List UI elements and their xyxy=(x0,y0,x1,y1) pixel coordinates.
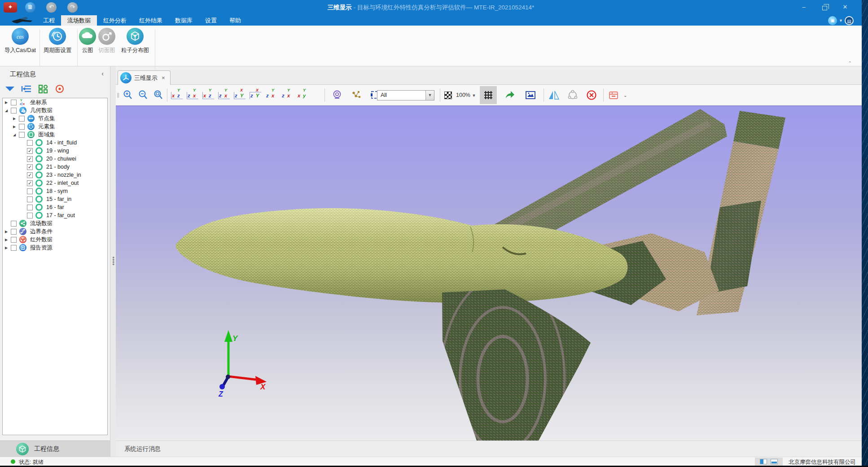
minimize-button[interactable]: – xyxy=(793,0,814,15)
menu-item-settings[interactable]: 设置 xyxy=(199,15,223,26)
tree-item-label[interactable]: 20 - chuiwei xyxy=(46,156,76,162)
menu-item-infrared-analysis[interactable]: 红外分析 xyxy=(97,15,133,26)
checkbox[interactable] xyxy=(19,132,25,138)
toolbar-drag-handle[interactable]: ‖ xyxy=(117,85,119,105)
checkbox[interactable]: ✓ xyxy=(27,172,33,178)
tree-item-label[interactable]: 坐标系 xyxy=(30,99,47,106)
view-right-icon[interactable]: Yzx xyxy=(218,88,232,102)
tree-item-label[interactable]: 面域集 xyxy=(38,131,55,139)
view-isometric-icon[interactable]: Yzx xyxy=(265,88,280,102)
view-back-icon[interactable]: Yzx xyxy=(186,88,201,102)
menu-item-flow-field-data[interactable]: 流场数据 xyxy=(61,15,97,26)
group-view-icon[interactable] xyxy=(38,83,48,94)
tree-item-label[interactable]: 几何数据 xyxy=(30,107,53,114)
view-bottom-icon[interactable]: XzY xyxy=(249,88,264,102)
expand-arrow[interactable]: ▶ xyxy=(13,125,19,129)
tree-row[interactable]: ▶边界条件 xyxy=(3,227,107,236)
checkbox[interactable] xyxy=(27,188,33,194)
tree-item-label[interactable]: 17 - far_out xyxy=(46,212,75,218)
camera-icon[interactable] xyxy=(331,89,343,101)
zoom-out-icon[interactable] xyxy=(137,89,149,101)
menu-item-help[interactable]: 帮助 xyxy=(223,15,247,26)
tree-item-label[interactable]: 22 - inlet_out xyxy=(46,180,79,186)
ring-nodes-icon[interactable] xyxy=(567,89,579,101)
checkbox[interactable] xyxy=(11,108,17,113)
expand-arrow[interactable]: ▶ xyxy=(5,230,11,234)
rotate-view-icon[interactable]: Yzx xyxy=(281,88,295,102)
tree-row[interactable]: ▶节点集 xyxy=(3,114,107,122)
checkbox[interactable] xyxy=(27,213,33,218)
layout-bottom-panel-icon[interactable] xyxy=(771,459,778,464)
tree-row[interactable]: 18 - sym xyxy=(3,187,107,195)
tree-row[interactable]: ▶元素集 xyxy=(3,122,107,131)
checkbox[interactable]: ✓ xyxy=(27,148,33,154)
close-button[interactable]: ✕ xyxy=(835,0,855,15)
tree-row[interactable]: ✓23 - nozzle_in xyxy=(3,171,107,179)
tab-3d-display[interactable]: 三维显示 × xyxy=(118,70,171,85)
tree-row[interactable]: ▶红外数据 xyxy=(3,236,107,244)
filter-icon[interactable] xyxy=(4,83,15,94)
tree-row[interactable]: ✓22 - inlet_out xyxy=(3,179,107,187)
view-front-icon[interactable]: Yxz xyxy=(171,88,185,102)
import-cas-dat-button[interactable]: cas 导入Cas/Dat xyxy=(0,27,40,54)
tab-close-icon[interactable]: × xyxy=(162,74,165,81)
expand-arrow[interactable]: ▶ xyxy=(5,246,11,250)
tree-row[interactable]: 流场数据 xyxy=(3,219,107,227)
zoom-fit-icon[interactable] xyxy=(153,89,164,101)
mesh-toggle-button[interactable] xyxy=(480,86,497,104)
checkbox[interactable] xyxy=(27,196,33,202)
tree-item-label[interactable]: 23 - nozzle_in xyxy=(46,172,81,178)
tree-item-label[interactable]: 19 - wing xyxy=(46,148,69,154)
expand-arrow[interactable]: ▶ xyxy=(5,238,11,242)
ribbon-collapse-icon[interactable]: ⌃ xyxy=(848,61,852,65)
tree-item-label[interactable]: 14 - int_fluid xyxy=(46,140,77,146)
tree-item-label[interactable]: 红外数据 xyxy=(30,236,53,244)
chevron-down-icon[interactable]: ▼ xyxy=(425,91,434,100)
snapshot-icon[interactable] xyxy=(525,89,536,101)
style-panel-icon[interactable]: ▣ xyxy=(828,16,837,25)
3d-viewport[interactable]: Y X Z xyxy=(116,106,862,441)
expand-arrow[interactable]: ▶ xyxy=(5,100,11,105)
menu-item-engineering[interactable]: 工程 xyxy=(37,15,61,26)
rotate-view-alt-icon[interactable]: Yxy xyxy=(296,88,311,102)
zoom-level-dropdown[interactable]: 100% ▼ xyxy=(456,92,476,98)
tree-item-label[interactable]: 15 - far_in xyxy=(46,196,71,202)
tree-row[interactable]: ✓20 - chuiwei xyxy=(3,155,107,163)
tree-item-label[interactable]: 元素集 xyxy=(38,123,55,131)
particle-distribution-button[interactable]: 粒子分布图 xyxy=(115,27,155,54)
tree-row[interactable]: 16 - far xyxy=(3,203,107,211)
expand-arrow[interactable]: ◢ xyxy=(13,133,19,137)
checkbox[interactable] xyxy=(11,245,17,251)
view-top-icon[interactable]: XzY xyxy=(233,88,248,102)
tree-row[interactable]: 17 - far_out xyxy=(3,211,107,219)
collapse-all-icon[interactable] xyxy=(21,83,32,94)
save-view-icon[interactable] xyxy=(608,89,619,101)
expand-arrow[interactable]: ◢ xyxy=(5,109,11,113)
tree-item-label[interactable]: 流场数据 xyxy=(30,220,53,227)
particle-trace-icon[interactable] xyxy=(351,89,362,101)
manual-icon[interactable]: ▤ xyxy=(845,16,854,25)
tree-row[interactable]: ◢面域集 xyxy=(3,131,107,139)
menu-item-database[interactable]: 数据库 xyxy=(169,15,199,26)
tree-item-label[interactable]: 16 - far xyxy=(46,204,64,210)
checkbox[interactable] xyxy=(11,229,17,235)
checkbox[interactable] xyxy=(11,237,17,243)
checkbox[interactable]: ✓ xyxy=(27,180,33,186)
panel-splitter[interactable]: ●●●● xyxy=(110,66,116,457)
view-left-icon[interactable]: Yxz xyxy=(202,88,217,102)
tree-row[interactable]: ✓19 - wing xyxy=(3,147,107,155)
checkbox[interactable] xyxy=(27,140,33,146)
tree-row[interactable]: 14 - int_fluid xyxy=(3,139,107,147)
zoom-in-icon[interactable] xyxy=(122,89,134,101)
checkbox[interactable] xyxy=(11,221,17,227)
checkbox[interactable] xyxy=(19,124,25,130)
chevron-down-icon[interactable]: ⌄ xyxy=(623,93,627,98)
tree-row[interactable]: ▶报告资源 xyxy=(3,244,107,252)
tree-row[interactable]: ◢几何数据 xyxy=(3,106,107,114)
locate-target-icon[interactable] xyxy=(54,83,65,94)
tree-item-label[interactable]: 21 - body xyxy=(46,164,70,170)
tree-row[interactable]: 15 - far_in xyxy=(3,195,107,203)
panel-footer-tab[interactable]: 工程信息 xyxy=(0,441,110,457)
checkbox[interactable] xyxy=(11,100,17,105)
tree-item-label[interactable]: 节点集 xyxy=(38,115,55,122)
